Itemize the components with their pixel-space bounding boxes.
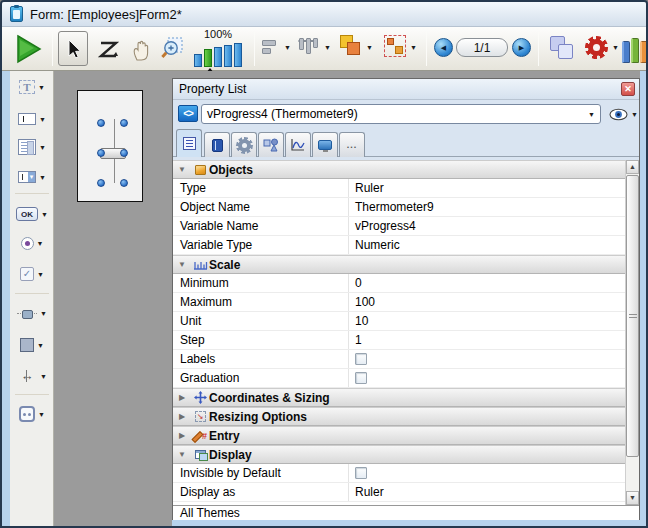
property-value[interactable]: 1 bbox=[349, 331, 625, 349]
rectangle-tool-caret[interactable] bbox=[37, 342, 44, 349]
tool-combo-box[interactable] bbox=[10, 164, 54, 190]
zoom-bar-400[interactable] bbox=[224, 45, 232, 67]
group-button[interactable] bbox=[384, 35, 406, 57]
collapse-triangle-icon[interactable] bbox=[173, 165, 191, 174]
zoom-tool-button[interactable] bbox=[156, 33, 188, 65]
previous-page-button[interactable]: ◀ bbox=[434, 38, 453, 57]
view-options-caret[interactable] bbox=[631, 111, 638, 118]
align-menu-caret[interactable] bbox=[284, 44, 291, 51]
tool-splitter[interactable] bbox=[10, 363, 54, 389]
property-row-type: Type Ruler bbox=[173, 179, 625, 198]
tab-book[interactable] bbox=[204, 132, 230, 157]
tool-rectangle[interactable] bbox=[10, 332, 54, 358]
tab-more[interactable]: ... bbox=[339, 132, 365, 157]
library-button[interactable] bbox=[622, 35, 648, 63]
property-value[interactable]: 10 bbox=[349, 312, 625, 330]
tool-check-box[interactable]: ✓ bbox=[10, 261, 54, 287]
window-titlebar[interactable]: Form: [Employees]Form2* bbox=[2, 2, 646, 27]
distribute-menu-caret[interactable] bbox=[324, 44, 331, 51]
tool-plugin-area[interactable] bbox=[10, 401, 54, 427]
collapse-triangle-icon[interactable] bbox=[173, 450, 191, 459]
select-tool-button[interactable] bbox=[58, 31, 88, 66]
tab-objects[interactable] bbox=[258, 132, 284, 157]
next-page-button[interactable]: ▶ bbox=[512, 38, 531, 57]
property-value[interactable]: Ruler bbox=[349, 179, 625, 197]
section-header-scale[interactable]: Scale bbox=[173, 255, 625, 274]
zoom-bar-50[interactable] bbox=[194, 54, 202, 67]
close-icon[interactable]: ✕ bbox=[621, 82, 635, 96]
list-box-caret[interactable] bbox=[39, 144, 46, 151]
splitter-tool-caret[interactable] bbox=[40, 373, 47, 380]
zoom-bar-200[interactable] bbox=[214, 47, 222, 67]
invisible-checkbox[interactable] bbox=[355, 467, 367, 479]
selection-handle[interactable] bbox=[97, 179, 105, 187]
tool-slider[interactable] bbox=[10, 300, 54, 326]
property-row-invisible: Invisible by Default bbox=[173, 464, 625, 483]
tool-button[interactable]: OK bbox=[10, 201, 54, 227]
section-header-resizing[interactable]: Resizing Options bbox=[173, 407, 625, 426]
tool-radio-button[interactable] bbox=[10, 230, 54, 256]
section-header-display[interactable]: Display bbox=[173, 445, 625, 464]
distribute-button[interactable] bbox=[298, 37, 320, 57]
group-menu-caret[interactable] bbox=[410, 44, 417, 51]
text-tool-caret[interactable] bbox=[38, 84, 45, 91]
view-options[interactable] bbox=[609, 108, 638, 121]
align-button[interactable] bbox=[262, 39, 280, 56]
gear-menu-caret[interactable] bbox=[612, 44, 619, 51]
entry-order-tool-button[interactable] bbox=[94, 35, 124, 65]
tool-static-text[interactable]: T bbox=[10, 74, 54, 100]
object-selector-value: vProgress4 (Thermometer9) bbox=[207, 107, 358, 121]
property-value[interactable]: Numeric bbox=[349, 236, 625, 254]
form-page[interactable] bbox=[77, 90, 143, 202]
collapse-triangle-icon[interactable] bbox=[173, 393, 191, 402]
combo-box-caret[interactable] bbox=[39, 174, 46, 181]
tab-property-list[interactable] bbox=[176, 129, 202, 157]
button-tool-caret[interactable] bbox=[41, 211, 48, 218]
zoom-bar-800[interactable] bbox=[234, 43, 242, 67]
layering-button[interactable] bbox=[340, 35, 362, 57]
tab-events[interactable] bbox=[285, 132, 311, 157]
selection-handle[interactable] bbox=[97, 149, 105, 157]
execute-form-button[interactable] bbox=[16, 34, 42, 64]
selection-handle[interactable] bbox=[97, 119, 105, 127]
property-value[interactable]: 100 bbox=[349, 293, 625, 311]
layering-menu-caret[interactable] bbox=[366, 44, 373, 51]
scroll-up-arrow[interactable]: ▲ bbox=[626, 160, 639, 174]
window-frame-left bbox=[2, 71, 10, 526]
scrollbar-grip bbox=[629, 314, 637, 320]
collapse-triangle-icon[interactable] bbox=[173, 412, 191, 421]
section-header-coordinates[interactable]: Coordinates & Sizing bbox=[173, 388, 625, 407]
property-value[interactable]: 0 bbox=[349, 274, 625, 292]
tab-display[interactable] bbox=[312, 132, 338, 157]
form-properties-gear-button[interactable] bbox=[588, 39, 605, 56]
property-value[interactable]: Thermometer9 bbox=[349, 198, 625, 216]
tool-input-field[interactable] bbox=[10, 106, 54, 132]
scroll-down-arrow[interactable]: ▼ bbox=[626, 491, 639, 505]
slider-tool-caret[interactable] bbox=[40, 310, 47, 317]
section-header-entry[interactable]: Entry bbox=[173, 426, 625, 445]
selection-handle[interactable] bbox=[120, 179, 128, 187]
labels-checkbox[interactable] bbox=[355, 353, 367, 365]
graduation-checkbox[interactable] bbox=[355, 372, 367, 384]
collapse-triangle-icon[interactable] bbox=[173, 431, 191, 440]
input-tool-caret[interactable] bbox=[39, 116, 46, 123]
move-hand-tool-button[interactable] bbox=[126, 35, 156, 65]
property-value[interactable]: Ruler bbox=[349, 483, 625, 501]
radio-tool-caret[interactable] bbox=[37, 240, 44, 247]
object-selector-row: vProgress4 (Thermometer9) bbox=[173, 100, 639, 128]
selection-handle[interactable] bbox=[120, 149, 128, 157]
property-row-graduation: Graduation bbox=[173, 369, 625, 388]
object-selector-dropdown[interactable]: vProgress4 (Thermometer9) bbox=[201, 104, 601, 124]
zoom-bar-100[interactable] bbox=[204, 49, 212, 67]
plugin-tool-caret[interactable] bbox=[38, 411, 45, 418]
check-box-icon: ✓ bbox=[20, 267, 34, 281]
scrollbar-thumb[interactable] bbox=[626, 175, 639, 457]
check-tool-caret[interactable] bbox=[37, 271, 44, 278]
section-header-objects[interactable]: Objects bbox=[173, 160, 625, 179]
collapse-triangle-icon[interactable] bbox=[173, 260, 191, 269]
selection-handle[interactable] bbox=[120, 119, 128, 127]
tab-settings[interactable] bbox=[231, 132, 257, 157]
tool-list-box[interactable] bbox=[10, 134, 54, 160]
page-display-button[interactable] bbox=[548, 34, 576, 62]
property-value[interactable]: vProgress4 bbox=[349, 217, 625, 235]
